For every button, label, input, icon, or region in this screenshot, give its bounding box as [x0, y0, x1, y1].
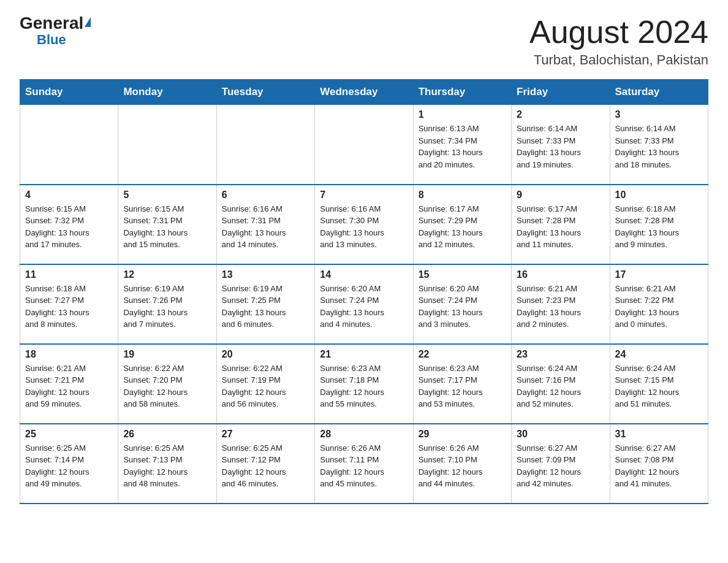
page-header: General Blue August 2024 Turbat, Balochi…: [20, 15, 708, 68]
calendar-cell: 1Sunrise: 6:13 AM Sunset: 7:34 PM Daylig…: [413, 105, 511, 185]
day-number: 9: [517, 190, 604, 201]
day-number: 16: [517, 269, 604, 280]
header-day-monday: Monday: [118, 80, 216, 105]
calendar-cell: [315, 105, 413, 185]
calendar-cell: 21Sunrise: 6:23 AM Sunset: 7:18 PM Dayli…: [315, 344, 413, 424]
day-info: Sunrise: 6:25 AM Sunset: 7:13 PM Dayligh…: [123, 442, 211, 490]
logo-general-text: General: [20, 15, 83, 32]
day-number: 10: [615, 190, 703, 201]
day-number: 25: [25, 429, 113, 440]
location-title: Turbat, Balochistan, Pakistan: [529, 52, 708, 68]
day-number: 13: [222, 269, 309, 280]
day-info: Sunrise: 6:16 AM Sunset: 7:30 PM Dayligh…: [320, 203, 408, 251]
header-day-tuesday: Tuesday: [216, 80, 314, 105]
day-info: Sunrise: 6:17 AM Sunset: 7:28 PM Dayligh…: [517, 203, 604, 251]
day-info: Sunrise: 6:20 AM Sunset: 7:24 PM Dayligh…: [320, 283, 408, 331]
calendar-cell: 25Sunrise: 6:25 AM Sunset: 7:14 PM Dayli…: [20, 424, 118, 504]
calendar-week-5: 25Sunrise: 6:25 AM Sunset: 7:14 PM Dayli…: [20, 424, 708, 504]
day-info: Sunrise: 6:19 AM Sunset: 7:26 PM Dayligh…: [123, 283, 211, 331]
calendar-cell: 13Sunrise: 6:19 AM Sunset: 7:25 PM Dayli…: [216, 264, 314, 344]
calendar-cell: 16Sunrise: 6:21 AM Sunset: 7:23 PM Dayli…: [512, 264, 610, 344]
calendar-table: SundayMondayTuesdayWednesdayThursdayFrid…: [20, 79, 708, 504]
day-info: Sunrise: 6:21 AM Sunset: 7:21 PM Dayligh…: [25, 362, 113, 410]
day-number: 5: [123, 190, 211, 201]
day-number: 3: [615, 109, 703, 120]
calendar-body: 1Sunrise: 6:13 AM Sunset: 7:34 PM Daylig…: [20, 105, 708, 504]
day-info: Sunrise: 6:27 AM Sunset: 7:08 PM Dayligh…: [615, 442, 703, 490]
header-day-friday: Friday: [512, 80, 610, 105]
day-number: 12: [123, 269, 211, 280]
day-info: Sunrise: 6:18 AM Sunset: 7:27 PM Dayligh…: [25, 283, 113, 331]
day-info: Sunrise: 6:27 AM Sunset: 7:09 PM Dayligh…: [517, 442, 604, 490]
calendar-cell: 28Sunrise: 6:26 AM Sunset: 7:11 PM Dayli…: [315, 424, 413, 504]
calendar-week-3: 11Sunrise: 6:18 AM Sunset: 7:27 PM Dayli…: [20, 264, 708, 344]
header-day-thursday: Thursday: [413, 80, 511, 105]
day-number: 26: [123, 429, 211, 440]
calendar-cell: 23Sunrise: 6:24 AM Sunset: 7:16 PM Dayli…: [512, 344, 610, 424]
calendar-cell: [20, 105, 118, 185]
day-number: 2: [517, 109, 604, 120]
day-number: 6: [222, 190, 309, 201]
header-day-saturday: Saturday: [610, 80, 708, 105]
header-row: SundayMondayTuesdayWednesdayThursdayFrid…: [20, 80, 708, 105]
calendar-cell: 26Sunrise: 6:25 AM Sunset: 7:13 PM Dayli…: [118, 424, 216, 504]
calendar-cell: 5Sunrise: 6:15 AM Sunset: 7:31 PM Daylig…: [118, 185, 216, 264]
day-number: 14: [320, 269, 408, 280]
calendar-cell: 8Sunrise: 6:17 AM Sunset: 7:29 PM Daylig…: [413, 185, 511, 264]
day-info: Sunrise: 6:24 AM Sunset: 7:15 PM Dayligh…: [615, 362, 703, 410]
day-number: 1: [419, 109, 506, 120]
day-number: 19: [123, 349, 211, 360]
day-info: Sunrise: 6:15 AM Sunset: 7:32 PM Dayligh…: [25, 203, 113, 251]
day-number: 18: [25, 349, 113, 360]
day-info: Sunrise: 6:17 AM Sunset: 7:29 PM Dayligh…: [419, 203, 506, 251]
calendar-cell: 11Sunrise: 6:18 AM Sunset: 7:27 PM Dayli…: [20, 264, 118, 344]
calendar-cell: 18Sunrise: 6:21 AM Sunset: 7:21 PM Dayli…: [20, 344, 118, 424]
day-info: Sunrise: 6:14 AM Sunset: 7:33 PM Dayligh…: [615, 123, 703, 170]
day-info: Sunrise: 6:25 AM Sunset: 7:14 PM Dayligh…: [25, 442, 113, 490]
day-info: Sunrise: 6:16 AM Sunset: 7:31 PM Dayligh…: [222, 203, 309, 251]
day-info: Sunrise: 6:23 AM Sunset: 7:17 PM Dayligh…: [419, 362, 506, 410]
day-number: 4: [25, 190, 113, 201]
calendar-cell: 4Sunrise: 6:15 AM Sunset: 7:32 PM Daylig…: [20, 185, 118, 264]
day-info: Sunrise: 6:14 AM Sunset: 7:33 PM Dayligh…: [517, 123, 604, 170]
calendar-cell: 14Sunrise: 6:20 AM Sunset: 7:24 PM Dayli…: [315, 264, 413, 344]
logo: General Blue: [20, 15, 91, 47]
day-info: Sunrise: 6:20 AM Sunset: 7:24 PM Dayligh…: [419, 283, 506, 331]
day-number: 28: [320, 429, 408, 440]
calendar-cell: 30Sunrise: 6:27 AM Sunset: 7:09 PM Dayli…: [512, 424, 610, 504]
logo-blue-text: Blue: [37, 33, 66, 47]
day-number: 11: [25, 269, 113, 280]
day-number: 31: [615, 429, 703, 440]
title-block: August 2024 Turbat, Balochistan, Pakista…: [529, 15, 708, 68]
day-info: Sunrise: 6:25 AM Sunset: 7:12 PM Dayligh…: [222, 442, 309, 490]
calendar-header: SundayMondayTuesdayWednesdayThursdayFrid…: [20, 80, 708, 105]
calendar-cell: 2Sunrise: 6:14 AM Sunset: 7:33 PM Daylig…: [512, 105, 610, 185]
day-number: 23: [517, 349, 604, 360]
day-number: 24: [615, 349, 703, 360]
day-info: Sunrise: 6:21 AM Sunset: 7:22 PM Dayligh…: [615, 283, 703, 331]
day-number: 29: [419, 429, 506, 440]
calendar-week-2: 4Sunrise: 6:15 AM Sunset: 7:32 PM Daylig…: [20, 185, 708, 264]
logo-triangle-icon: [85, 17, 91, 27]
calendar-week-1: 1Sunrise: 6:13 AM Sunset: 7:34 PM Daylig…: [20, 105, 708, 185]
day-info: Sunrise: 6:13 AM Sunset: 7:34 PM Dayligh…: [419, 123, 506, 170]
calendar-cell: 17Sunrise: 6:21 AM Sunset: 7:22 PM Dayli…: [610, 264, 708, 344]
calendar-week-4: 18Sunrise: 6:21 AM Sunset: 7:21 PM Dayli…: [20, 344, 708, 424]
day-info: Sunrise: 6:24 AM Sunset: 7:16 PM Dayligh…: [517, 362, 604, 410]
day-info: Sunrise: 6:15 AM Sunset: 7:31 PM Dayligh…: [123, 203, 211, 251]
day-number: 20: [222, 349, 309, 360]
month-title: August 2024: [529, 15, 708, 50]
calendar-cell: 9Sunrise: 6:17 AM Sunset: 7:28 PM Daylig…: [512, 185, 610, 264]
calendar-cell: [118, 105, 216, 185]
day-info: Sunrise: 6:26 AM Sunset: 7:11 PM Dayligh…: [320, 442, 408, 490]
calendar-cell: 27Sunrise: 6:25 AM Sunset: 7:12 PM Dayli…: [216, 424, 314, 504]
calendar-cell: 12Sunrise: 6:19 AM Sunset: 7:26 PM Dayli…: [118, 264, 216, 344]
day-info: Sunrise: 6:22 AM Sunset: 7:20 PM Dayligh…: [123, 362, 211, 410]
day-number: 27: [222, 429, 309, 440]
calendar-cell: 19Sunrise: 6:22 AM Sunset: 7:20 PM Dayli…: [118, 344, 216, 424]
day-info: Sunrise: 6:26 AM Sunset: 7:10 PM Dayligh…: [419, 442, 506, 490]
calendar-cell: 24Sunrise: 6:24 AM Sunset: 7:15 PM Dayli…: [610, 344, 708, 424]
day-number: 15: [419, 269, 506, 280]
day-info: Sunrise: 6:23 AM Sunset: 7:18 PM Dayligh…: [320, 362, 408, 410]
day-info: Sunrise: 6:21 AM Sunset: 7:23 PM Dayligh…: [517, 283, 604, 331]
